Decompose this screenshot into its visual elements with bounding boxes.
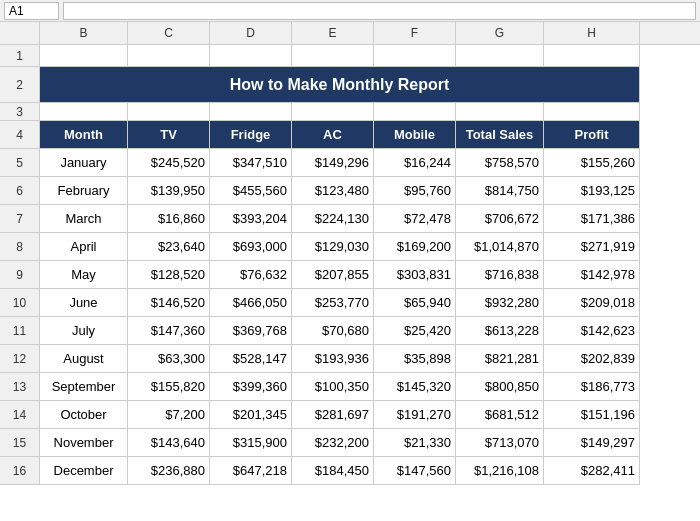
cell-totalsales-5[interactable]: $932,280 bbox=[456, 289, 544, 317]
cell-tv-8[interactable]: $155,820 bbox=[128, 373, 210, 401]
cell-mobile-2[interactable]: $72,478 bbox=[374, 205, 456, 233]
cell-totalsales-10[interactable]: $713,070 bbox=[456, 429, 544, 457]
cell-profit-5[interactable]: $209,018 bbox=[544, 289, 640, 317]
cell-mobile-4[interactable]: $303,831 bbox=[374, 261, 456, 289]
cell-profit-2[interactable]: $171,386 bbox=[544, 205, 640, 233]
cell-fridge-0[interactable]: $347,510 bbox=[210, 149, 292, 177]
cell-ac-2[interactable]: $224,130 bbox=[292, 205, 374, 233]
cell-month-5[interactable]: June bbox=[40, 289, 128, 317]
cell-mobile-1[interactable]: $95,760 bbox=[374, 177, 456, 205]
cell-fridge-8[interactable]: $399,360 bbox=[210, 373, 292, 401]
cell-totalsales-1[interactable]: $814,750 bbox=[456, 177, 544, 205]
cell-fridge-3[interactable]: $693,000 bbox=[210, 233, 292, 261]
cell-profit-3[interactable]: $271,919 bbox=[544, 233, 640, 261]
cell-totalsales-7[interactable]: $821,281 bbox=[456, 345, 544, 373]
cell-ac-6[interactable]: $70,680 bbox=[292, 317, 374, 345]
cell-totalsales-11[interactable]: $1,216,108 bbox=[456, 457, 544, 485]
title-cell[interactable]: How to Make Monthly Report bbox=[40, 67, 640, 103]
cell-h1[interactable] bbox=[544, 45, 640, 67]
cell-e3[interactable] bbox=[292, 103, 374, 121]
cell-ac-11[interactable]: $184,450 bbox=[292, 457, 374, 485]
cell-month-2[interactable]: March bbox=[40, 205, 128, 233]
cell-totalsales-2[interactable]: $706,672 bbox=[456, 205, 544, 233]
cell-ac-1[interactable]: $123,480 bbox=[292, 177, 374, 205]
cell-mobile-10[interactable]: $21,330 bbox=[374, 429, 456, 457]
cell-ac-10[interactable]: $232,200 bbox=[292, 429, 374, 457]
cell-month-6[interactable]: July bbox=[40, 317, 128, 345]
name-box[interactable] bbox=[4, 2, 59, 20]
cell-mobile-0[interactable]: $16,244 bbox=[374, 149, 456, 177]
cell-h3[interactable] bbox=[544, 103, 640, 121]
cell-profit-1[interactable]: $193,125 bbox=[544, 177, 640, 205]
cell-mobile-5[interactable]: $65,940 bbox=[374, 289, 456, 317]
cell-totalsales-0[interactable]: $758,570 bbox=[456, 149, 544, 177]
cell-tv-9[interactable]: $7,200 bbox=[128, 401, 210, 429]
cell-fridge-1[interactable]: $455,560 bbox=[210, 177, 292, 205]
cell-c3[interactable] bbox=[128, 103, 210, 121]
cell-ac-0[interactable]: $149,296 bbox=[292, 149, 374, 177]
cell-profit-0[interactable]: $155,260 bbox=[544, 149, 640, 177]
cell-tv-5[interactable]: $146,520 bbox=[128, 289, 210, 317]
cell-ac-8[interactable]: $100,350 bbox=[292, 373, 374, 401]
cell-totalsales-9[interactable]: $681,512 bbox=[456, 401, 544, 429]
cell-tv-6[interactable]: $147,360 bbox=[128, 317, 210, 345]
cell-month-3[interactable]: April bbox=[40, 233, 128, 261]
cell-tv-7[interactable]: $63,300 bbox=[128, 345, 210, 373]
cell-tv-11[interactable]: $236,880 bbox=[128, 457, 210, 485]
cell-mobile-6[interactable]: $25,420 bbox=[374, 317, 456, 345]
cell-f3[interactable] bbox=[374, 103, 456, 121]
cell-fridge-9[interactable]: $201,345 bbox=[210, 401, 292, 429]
cell-fridge-10[interactable]: $315,900 bbox=[210, 429, 292, 457]
cell-ac-9[interactable]: $281,697 bbox=[292, 401, 374, 429]
cell-f1[interactable] bbox=[374, 45, 456, 67]
cell-profit-4[interactable]: $142,978 bbox=[544, 261, 640, 289]
cell-totalsales-6[interactable]: $613,228 bbox=[456, 317, 544, 345]
cell-ac-7[interactable]: $193,936 bbox=[292, 345, 374, 373]
cell-profit-10[interactable]: $149,297 bbox=[544, 429, 640, 457]
cell-month-11[interactable]: December bbox=[40, 457, 128, 485]
cell-ac-4[interactable]: $207,855 bbox=[292, 261, 374, 289]
cell-month-10[interactable]: November bbox=[40, 429, 128, 457]
cell-tv-0[interactable]: $245,520 bbox=[128, 149, 210, 177]
cell-mobile-9[interactable]: $191,270 bbox=[374, 401, 456, 429]
cell-month-4[interactable]: May bbox=[40, 261, 128, 289]
cell-month-9[interactable]: October bbox=[40, 401, 128, 429]
formula-input[interactable] bbox=[63, 2, 696, 20]
cell-fridge-7[interactable]: $528,147 bbox=[210, 345, 292, 373]
cell-month-0[interactable]: January bbox=[40, 149, 128, 177]
cell-b3[interactable] bbox=[40, 103, 128, 121]
cell-fridge-4[interactable]: $76,632 bbox=[210, 261, 292, 289]
cell-month-1[interactable]: February bbox=[40, 177, 128, 205]
cell-tv-2[interactable]: $16,860 bbox=[128, 205, 210, 233]
cell-profit-8[interactable]: $186,773 bbox=[544, 373, 640, 401]
cell-profit-7[interactable]: $202,839 bbox=[544, 345, 640, 373]
cell-tv-4[interactable]: $128,520 bbox=[128, 261, 210, 289]
cell-ac-5[interactable]: $253,770 bbox=[292, 289, 374, 317]
cell-totalsales-4[interactable]: $716,838 bbox=[456, 261, 544, 289]
cell-month-7[interactable]: August bbox=[40, 345, 128, 373]
cell-e1[interactable] bbox=[292, 45, 374, 67]
cell-g3[interactable] bbox=[456, 103, 544, 121]
cell-profit-9[interactable]: $151,196 bbox=[544, 401, 640, 429]
cell-b1[interactable] bbox=[40, 45, 128, 67]
cell-d3[interactable] bbox=[210, 103, 292, 121]
cell-mobile-11[interactable]: $147,560 bbox=[374, 457, 456, 485]
cell-totalsales-8[interactable]: $800,850 bbox=[456, 373, 544, 401]
cell-ac-3[interactable]: $129,030 bbox=[292, 233, 374, 261]
cell-fridge-2[interactable]: $393,204 bbox=[210, 205, 292, 233]
cell-fridge-11[interactable]: $647,218 bbox=[210, 457, 292, 485]
cell-fridge-6[interactable]: $369,768 bbox=[210, 317, 292, 345]
cell-tv-1[interactable]: $139,950 bbox=[128, 177, 210, 205]
cell-d1[interactable] bbox=[210, 45, 292, 67]
cell-month-8[interactable]: September bbox=[40, 373, 128, 401]
cell-mobile-3[interactable]: $169,200 bbox=[374, 233, 456, 261]
cell-tv-3[interactable]: $23,640 bbox=[128, 233, 210, 261]
cell-g1[interactable] bbox=[456, 45, 544, 67]
cell-mobile-8[interactable]: $145,320 bbox=[374, 373, 456, 401]
cell-fridge-5[interactable]: $466,050 bbox=[210, 289, 292, 317]
cell-mobile-7[interactable]: $35,898 bbox=[374, 345, 456, 373]
cell-tv-10[interactable]: $143,640 bbox=[128, 429, 210, 457]
cell-profit-6[interactable]: $142,623 bbox=[544, 317, 640, 345]
cell-profit-11[interactable]: $282,411 bbox=[544, 457, 640, 485]
cell-totalsales-3[interactable]: $1,014,870 bbox=[456, 233, 544, 261]
